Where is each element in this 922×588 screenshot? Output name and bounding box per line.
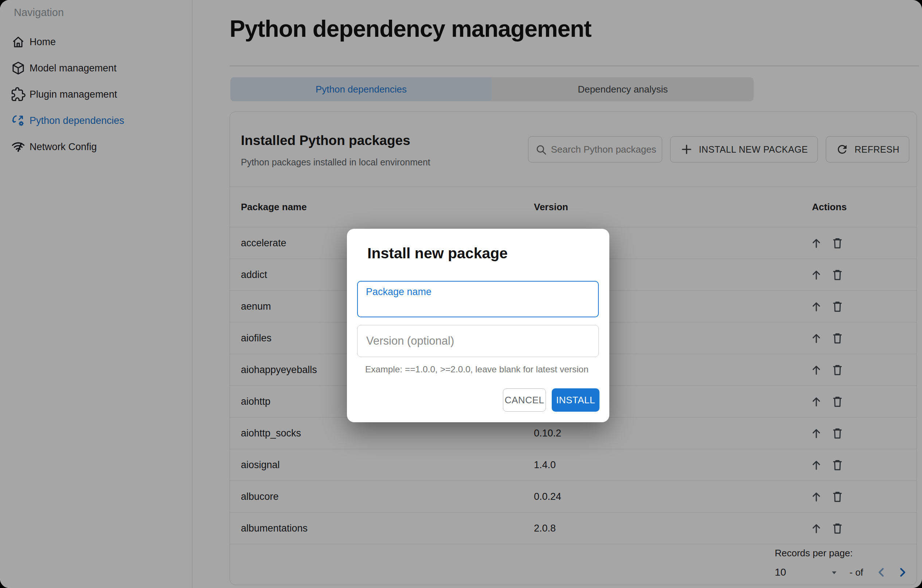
version-helper-text: Example: ==1.0.0, >=2.0.0, leave blank f… xyxy=(365,364,589,374)
package-name-field: Package name xyxy=(357,281,599,317)
install-package-dialog: Install new package Package name Example… xyxy=(347,229,609,422)
dialog-title: Install new package xyxy=(367,245,508,262)
app-window: Navigation Home Model management Plugin … xyxy=(0,0,922,588)
version-field xyxy=(357,325,599,357)
package-name-label: Package name xyxy=(366,286,432,298)
cancel-button[interactable]: CANCEL xyxy=(503,388,546,412)
install-button[interactable]: INSTALL xyxy=(552,388,600,412)
version-input[interactable] xyxy=(358,325,598,357)
package-name-input[interactable] xyxy=(366,299,592,315)
